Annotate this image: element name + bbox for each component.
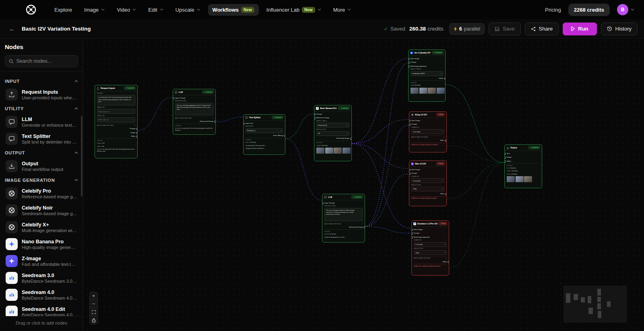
input-port[interactable]: Reference Image bbox=[316, 116, 349, 119]
input-port[interactable]: Prompt * bbox=[411, 172, 444, 175]
result-thumbnail[interactable] bbox=[419, 88, 427, 94]
output-port[interactable]: Enhanced Prompt bbox=[324, 226, 363, 228]
node-llm-2[interactable]: LLM✓ CompletedInput: PromptINSTRUCTIONSY… bbox=[322, 194, 365, 243]
workflow-edge[interactable] bbox=[447, 162, 504, 199]
search-input[interactable] bbox=[17, 58, 74, 64]
back-button[interactable]: ← bbox=[6, 23, 18, 35]
zoom-out-button[interactable]: − bbox=[90, 300, 97, 308]
select-field[interactable]: 720p▾ bbox=[414, 250, 447, 255]
nav-item-image[interactable]: Image bbox=[80, 4, 109, 16]
result-thumbnail[interactable] bbox=[437, 88, 445, 94]
sidebar-item-z-image[interactable]: Z-ImageFast and affordable text-to-image… bbox=[5, 253, 78, 269]
nav-item-more[interactable]: More bbox=[329, 4, 356, 16]
credits-pill[interactable]: 2268 credits bbox=[568, 4, 610, 16]
node-output[interactable]: Output✓ CompletedTextImageVideoOutputtex… bbox=[504, 144, 542, 188]
nav-item-workflows[interactable]: WorkflowsNew bbox=[208, 4, 259, 16]
input-port[interactable]: Prompt * bbox=[316, 113, 349, 115]
input-port[interactable]: Input: Prompt bbox=[175, 97, 213, 99]
run-button[interactable]: Run bbox=[563, 23, 597, 35]
parallel-pill[interactable]: 6parallel bbox=[449, 23, 485, 35]
workflow-edge[interactable] bbox=[352, 144, 409, 169]
sidebar-section-image-generation[interactable]: IMAGE GENERATION bbox=[5, 175, 78, 185]
workflow-edge[interactable] bbox=[352, 58, 408, 144]
output-port[interactable]: Video bbox=[411, 192, 444, 195]
additional-settings-toggle[interactable]: Additional Settings▾ bbox=[97, 123, 135, 126]
select-field[interactable]: Backtick (`)▾ bbox=[246, 128, 283, 133]
nav-item-influencer-lab[interactable]: Influencer LabNew bbox=[262, 4, 326, 16]
avatar[interactable]: B bbox=[617, 4, 628, 15]
result-thumbnail[interactable] bbox=[343, 148, 351, 154]
result-thumbnail[interactable] bbox=[524, 176, 532, 182]
history-button[interactable]: History bbox=[601, 23, 638, 35]
input-port[interactable]: Prompt * bbox=[411, 123, 444, 125]
result-thumbnail[interactable] bbox=[334, 148, 342, 154]
fit-view-button[interactable] bbox=[90, 308, 97, 316]
input-port[interactable]: Video bbox=[507, 160, 540, 162]
result-thumbnail[interactable] bbox=[316, 148, 324, 154]
sidebar-item-seedream-4-0[interactable]: Seedream 4.0ByteDance Seedream 4.0 text-… bbox=[5, 286, 78, 303]
select-field[interactable]: 720p▾ bbox=[411, 187, 444, 191]
workflow-edge[interactable] bbox=[365, 125, 409, 226]
select-field[interactable]: 5 seconds▾ bbox=[411, 178, 444, 183]
output-port[interactable]: Video bbox=[97, 135, 135, 138]
workflow-edge[interactable] bbox=[216, 117, 243, 122]
minimap[interactable] bbox=[564, 286, 627, 323]
input-port[interactable]: Text bbox=[507, 152, 540, 155]
textarea-field[interactable]: an asian girl in the train wearing jean … bbox=[97, 95, 135, 105]
input-port[interactable]: Start Image * bbox=[411, 119, 444, 122]
additional-settings-toggle[interactable]: Additional Settings▾ bbox=[175, 116, 213, 119]
input-field[interactable]: Enter video url... bbox=[97, 117, 135, 122]
input-port[interactable]: Start Image * bbox=[411, 57, 443, 60]
sidebar-item-output[interactable]: OutputFinal workflow output bbox=[5, 158, 78, 175]
input-port[interactable]: Start Image * bbox=[411, 168, 444, 171]
node-wan-2-6-i2v[interactable]: Wan 2.6 I2V× FailedStart Image *Prompt *… bbox=[409, 160, 447, 206]
workflow-canvas[interactable]: Request Inputs✓ CompletedPROMPTan asian … bbox=[0, 39, 644, 331]
sidebar-section-input[interactable]: INPUT bbox=[5, 76, 78, 86]
select-field[interactable]: 2K▾ bbox=[316, 131, 349, 136]
sidebar-item-celebify-noir[interactable]: Celebify NoirSeedream-based image genera… bbox=[5, 202, 78, 219]
zoom-in-button[interactable]: + bbox=[90, 292, 97, 300]
result-thumbnail[interactable] bbox=[428, 88, 436, 94]
additional-settings-toggle[interactable]: Additional Settings▾ bbox=[414, 256, 447, 259]
node-request-inputs[interactable]: Request Inputs✓ CompletedPROMPTan asian … bbox=[95, 85, 138, 158]
sidebar-item-seedream-4-0-edit[interactable]: Seedream 4.0 EditByteDance Seedream 4.0 … bbox=[5, 303, 78, 316]
workflow-edge[interactable] bbox=[449, 162, 504, 268]
input-port[interactable]: Input Text * bbox=[246, 122, 283, 125]
sidebar-section-utility[interactable]: UTILITY bbox=[5, 103, 78, 113]
workflow-edge[interactable] bbox=[352, 119, 409, 144]
result-thumbnail[interactable] bbox=[516, 176, 524, 182]
brand-logo-icon[interactable] bbox=[26, 4, 36, 15]
textarea-field[interactable]: You are a prompt aggregator. Don't chang… bbox=[175, 103, 213, 115]
node-llm-1[interactable]: LLM✓ CompletedInput: PromptINSTRUCTIONSY… bbox=[173, 89, 216, 135]
input-port[interactable]: Input: Prompt bbox=[324, 201, 363, 204]
workflow-edge[interactable] bbox=[446, 84, 504, 162]
input-port[interactable]: Prompt * bbox=[411, 61, 443, 64]
workflow-edge[interactable] bbox=[285, 114, 314, 139]
output-port[interactable]: Video bbox=[411, 139, 444, 142]
input-port[interactable]: Prompt * bbox=[414, 232, 447, 234]
select-field[interactable]: 5 seconds▾ bbox=[414, 242, 447, 247]
workflow-edge[interactable] bbox=[138, 97, 173, 130]
sidebar-item-text-splitter[interactable]: Text SplitterSplit text by delimiter int… bbox=[5, 130, 78, 147]
sidebar-item-nano-banana-pro[interactable]: Nano Banana ProHigh-quality image genera… bbox=[5, 236, 78, 253]
result-thumbnail[interactable] bbox=[411, 88, 419, 94]
input-port[interactable]: Start Image * bbox=[414, 228, 447, 231]
sidebar-item-celebify-x[interactable]: Celebify X+Multi-image generation with a… bbox=[5, 219, 78, 236]
output-port[interactable]: Enhanced Prompt bbox=[175, 120, 213, 123]
node-nano-banana-pro[interactable]: Nano Banana Pro✓ CompletedPrompt *Refere… bbox=[314, 105, 352, 161]
workflow-edge[interactable] bbox=[365, 63, 408, 226]
sidebar-scrollbar[interactable] bbox=[81, 116, 83, 196]
output-port[interactable]: Items (Array) bbox=[246, 134, 283, 137]
search-box[interactable] bbox=[5, 55, 78, 67]
output-port[interactable]: Video bbox=[414, 260, 447, 263]
output-port[interactable]: Image bbox=[97, 131, 135, 134]
node-kling-2-6-i2v[interactable]: Kling 2.6 I2V× FailedStart Image *Prompt… bbox=[409, 111, 447, 152]
node-veo-3-quality-i2v[interactable]: Veo 3 Quality I2V✓ CompletedStart Image … bbox=[408, 49, 446, 102]
select-field[interactable]: Portrait (2:3)▾ bbox=[316, 123, 349, 127]
node-text-splitter[interactable]: Text Splitter✓ CompletedInput Text *DELI… bbox=[243, 114, 285, 155]
input-port[interactable]: End Image (optional) bbox=[411, 65, 443, 68]
nav-item-upscale[interactable]: Upscale bbox=[171, 4, 205, 16]
workflow-edge[interactable] bbox=[365, 226, 411, 233]
account-menu[interactable]: B bbox=[617, 4, 634, 15]
additional-settings-toggle[interactable]: Additional Settings▾ bbox=[324, 222, 363, 225]
